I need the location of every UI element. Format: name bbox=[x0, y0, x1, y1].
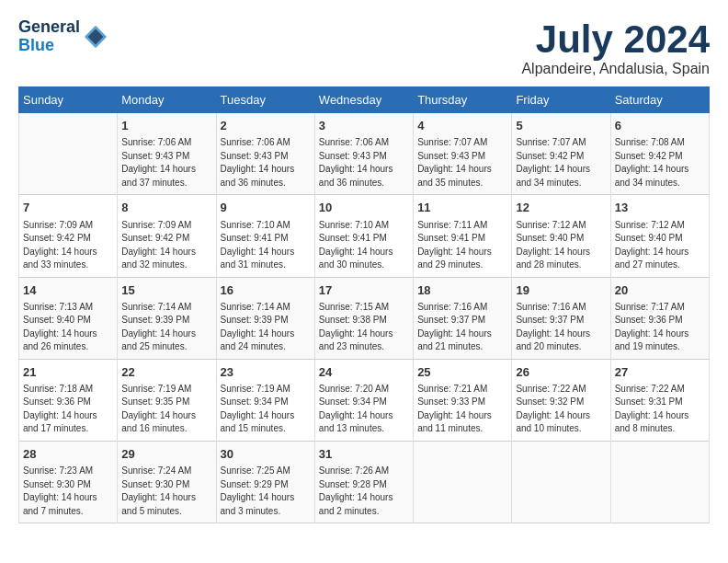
calendar-cell: 25Sunrise: 7:21 AM Sunset: 9:33 PM Dayli… bbox=[414, 359, 512, 441]
calendar-cell: 13Sunrise: 7:12 AM Sunset: 9:40 PM Dayli… bbox=[610, 195, 709, 277]
calendar-cell: 4Sunrise: 7:07 AM Sunset: 9:43 PM Daylig… bbox=[414, 113, 512, 195]
calendar-cell: 23Sunrise: 7:19 AM Sunset: 9:34 PM Dayli… bbox=[216, 359, 314, 441]
day-number: 13 bbox=[615, 200, 705, 216]
calendar-cell: 31Sunrise: 7:26 AM Sunset: 9:28 PM Dayli… bbox=[314, 441, 413, 523]
calendar-cell: 12Sunrise: 7:12 AM Sunset: 9:40 PM Dayli… bbox=[512, 195, 610, 277]
cell-content: Sunrise: 7:13 AM Sunset: 9:40 PM Dayligh… bbox=[23, 301, 113, 354]
day-number: 4 bbox=[417, 118, 507, 134]
cell-content: Sunrise: 7:17 AM Sunset: 9:36 PM Dayligh… bbox=[615, 301, 705, 354]
cell-content: Sunrise: 7:22 AM Sunset: 9:31 PM Dayligh… bbox=[615, 383, 705, 436]
calendar-cell: 15Sunrise: 7:14 AM Sunset: 9:39 PM Dayli… bbox=[118, 277, 216, 359]
calendar-cell: 17Sunrise: 7:15 AM Sunset: 9:38 PM Dayli… bbox=[314, 277, 413, 359]
day-number: 15 bbox=[121, 282, 211, 299]
day-number: 29 bbox=[121, 446, 211, 463]
cell-content: Sunrise: 7:10 AM Sunset: 9:41 PM Dayligh… bbox=[221, 219, 311, 272]
cell-content: Sunrise: 7:23 AM Sunset: 9:30 PM Dayligh… bbox=[23, 465, 113, 518]
calendar-cell: 8Sunrise: 7:09 AM Sunset: 9:42 PM Daylig… bbox=[118, 195, 216, 277]
cell-content: Sunrise: 7:06 AM Sunset: 9:43 PM Dayligh… bbox=[319, 136, 409, 190]
day-number: 28 bbox=[23, 446, 113, 463]
day-number: 1 bbox=[121, 118, 211, 134]
calendar-cell: 21Sunrise: 7:18 AM Sunset: 9:36 PM Dayli… bbox=[19, 359, 118, 441]
calendar-cell: 16Sunrise: 7:14 AM Sunset: 9:39 PM Dayli… bbox=[216, 277, 314, 359]
cell-content: Sunrise: 7:26 AM Sunset: 9:28 PM Dayligh… bbox=[319, 465, 409, 518]
calendar-cell bbox=[414, 441, 512, 523]
day-number: 26 bbox=[516, 364, 606, 381]
day-of-week-header: Friday bbox=[512, 87, 610, 113]
day-number: 8 bbox=[121, 200, 211, 216]
cell-content: Sunrise: 7:16 AM Sunset: 9:37 PM Dayligh… bbox=[417, 301, 507, 354]
cell-content: Sunrise: 7:14 AM Sunset: 9:39 PM Dayligh… bbox=[121, 301, 211, 354]
day-number: 9 bbox=[221, 200, 311, 216]
day-number: 25 bbox=[417, 364, 507, 381]
calendar-cell: 6Sunrise: 7:08 AM Sunset: 9:42 PM Daylig… bbox=[610, 113, 709, 195]
cell-content: Sunrise: 7:18 AM Sunset: 9:36 PM Dayligh… bbox=[23, 383, 113, 436]
calendar-cell: 11Sunrise: 7:11 AM Sunset: 9:41 PM Dayli… bbox=[414, 195, 512, 277]
calendar-cell: 27Sunrise: 7:22 AM Sunset: 9:31 PM Dayli… bbox=[610, 359, 709, 441]
calendar-cell: 19Sunrise: 7:16 AM Sunset: 9:37 PM Dayli… bbox=[512, 277, 610, 359]
calendar-cell: 3Sunrise: 7:06 AM Sunset: 9:43 PM Daylig… bbox=[314, 113, 413, 195]
logo-text: GeneralBlue bbox=[18, 18, 80, 55]
location: Alpandeire, Andalusia, Spain bbox=[521, 61, 710, 77]
cell-content: Sunrise: 7:20 AM Sunset: 9:34 PM Dayligh… bbox=[319, 383, 409, 436]
cell-content: Sunrise: 7:16 AM Sunset: 9:37 PM Dayligh… bbox=[516, 301, 606, 354]
day-number: 30 bbox=[221, 446, 311, 463]
day-number: 7 bbox=[23, 200, 113, 216]
logo: GeneralBlue bbox=[18, 18, 108, 55]
calendar-cell bbox=[610, 441, 709, 523]
calendar-cell: 22Sunrise: 7:19 AM Sunset: 9:35 PM Dayli… bbox=[118, 359, 216, 441]
cell-content: Sunrise: 7:14 AM Sunset: 9:39 PM Dayligh… bbox=[221, 301, 311, 354]
calendar-week-row: 7Sunrise: 7:09 AM Sunset: 9:42 PM Daylig… bbox=[19, 195, 710, 277]
day-number: 6 bbox=[615, 118, 705, 134]
day-number: 11 bbox=[417, 200, 507, 216]
calendar-header-row: SundayMondayTuesdayWednesdayThursdayFrid… bbox=[19, 87, 710, 113]
day-number: 19 bbox=[516, 282, 606, 299]
day-number: 16 bbox=[221, 282, 311, 299]
page-header: GeneralBlue July 2024 Alpandeire, Andalu… bbox=[18, 18, 710, 77]
calendar-cell: 9Sunrise: 7:10 AM Sunset: 9:41 PM Daylig… bbox=[216, 195, 314, 277]
day-of-week-header: Sunday bbox=[19, 87, 118, 113]
cell-content: Sunrise: 7:12 AM Sunset: 9:40 PM Dayligh… bbox=[615, 219, 705, 272]
calendar-cell bbox=[512, 441, 610, 523]
day-number: 22 bbox=[121, 364, 211, 381]
calendar-cell: 26Sunrise: 7:22 AM Sunset: 9:32 PM Dayli… bbox=[512, 359, 610, 441]
calendar-cell: 5Sunrise: 7:07 AM Sunset: 9:42 PM Daylig… bbox=[512, 113, 610, 195]
day-of-week-header: Saturday bbox=[610, 87, 709, 113]
month-title: July 2024 bbox=[521, 18, 710, 61]
calendar-cell: 29Sunrise: 7:24 AM Sunset: 9:30 PM Dayli… bbox=[118, 441, 216, 523]
cell-content: Sunrise: 7:06 AM Sunset: 9:43 PM Dayligh… bbox=[121, 136, 211, 190]
day-number: 3 bbox=[319, 118, 409, 134]
cell-content: Sunrise: 7:21 AM Sunset: 9:33 PM Dayligh… bbox=[417, 383, 507, 436]
cell-content: Sunrise: 7:25 AM Sunset: 9:29 PM Dayligh… bbox=[221, 465, 311, 518]
calendar-cell: 1Sunrise: 7:06 AM Sunset: 9:43 PM Daylig… bbox=[118, 113, 216, 195]
calendar-cell: 30Sunrise: 7:25 AM Sunset: 9:29 PM Dayli… bbox=[216, 441, 314, 523]
calendar-week-row: 28Sunrise: 7:23 AM Sunset: 9:30 PM Dayli… bbox=[19, 441, 710, 523]
day-number: 31 bbox=[319, 446, 409, 463]
calendar-cell: 14Sunrise: 7:13 AM Sunset: 9:40 PM Dayli… bbox=[19, 277, 118, 359]
day-of-week-header: Wednesday bbox=[314, 87, 413, 113]
day-number: 2 bbox=[221, 118, 311, 134]
day-number: 14 bbox=[23, 282, 113, 299]
cell-content: Sunrise: 7:12 AM Sunset: 9:40 PM Dayligh… bbox=[516, 219, 606, 272]
cell-content: Sunrise: 7:10 AM Sunset: 9:41 PM Dayligh… bbox=[319, 219, 409, 272]
calendar-cell: 10Sunrise: 7:10 AM Sunset: 9:41 PM Dayli… bbox=[314, 195, 413, 277]
calendar-week-row: 21Sunrise: 7:18 AM Sunset: 9:36 PM Dayli… bbox=[19, 359, 710, 441]
cell-content: Sunrise: 7:15 AM Sunset: 9:38 PM Dayligh… bbox=[319, 301, 409, 354]
calendar-cell: 7Sunrise: 7:09 AM Sunset: 9:42 PM Daylig… bbox=[19, 195, 118, 277]
cell-content: Sunrise: 7:06 AM Sunset: 9:43 PM Dayligh… bbox=[221, 136, 311, 190]
day-number: 18 bbox=[417, 282, 507, 299]
calendar-table: SundayMondayTuesdayWednesdayThursdayFrid… bbox=[18, 86, 710, 523]
day-number: 17 bbox=[319, 282, 409, 299]
calendar-cell bbox=[19, 113, 118, 195]
cell-content: Sunrise: 7:07 AM Sunset: 9:42 PM Dayligh… bbox=[516, 136, 606, 190]
calendar-cell: 20Sunrise: 7:17 AM Sunset: 9:36 PM Dayli… bbox=[610, 277, 709, 359]
day-number: 21 bbox=[23, 364, 113, 381]
calendar-cell: 28Sunrise: 7:23 AM Sunset: 9:30 PM Dayli… bbox=[19, 441, 118, 523]
cell-content: Sunrise: 7:19 AM Sunset: 9:34 PM Dayligh… bbox=[221, 383, 311, 436]
calendar-week-row: 14Sunrise: 7:13 AM Sunset: 9:40 PM Dayli… bbox=[19, 277, 710, 359]
day-number: 24 bbox=[319, 364, 409, 381]
logo-icon bbox=[83, 24, 108, 50]
cell-content: Sunrise: 7:19 AM Sunset: 9:35 PM Dayligh… bbox=[121, 383, 211, 436]
day-number: 5 bbox=[516, 118, 606, 134]
cell-content: Sunrise: 7:09 AM Sunset: 9:42 PM Dayligh… bbox=[23, 219, 113, 272]
title-block: July 2024 Alpandeire, Andalusia, Spain bbox=[521, 18, 710, 77]
